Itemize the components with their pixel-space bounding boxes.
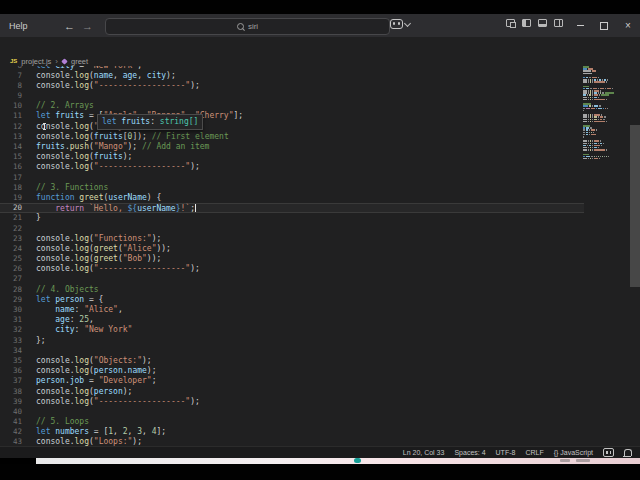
code-line[interactable]: 8console.log("------------------"); <box>0 81 584 91</box>
search-icon <box>237 23 244 30</box>
code-line[interactable]: 31 age: 25, <box>0 315 584 325</box>
code-line[interactable]: 15console.log(fruits); <box>0 152 584 162</box>
code-line[interactable]: 37person.job = "Developer"; <box>0 376 584 386</box>
code-line[interactable]: 10// 2. Arrays <box>0 101 584 111</box>
code-line[interactable]: 9 <box>0 91 584 101</box>
toggle-primary-sidebar-icon[interactable] <box>522 19 531 27</box>
search-text: siri <box>248 22 258 31</box>
breadcrumb-file[interactable]: project.js <box>21 57 51 66</box>
chevron-down-icon <box>404 19 411 26</box>
minimap[interactable] <box>583 66 605 160</box>
code-line[interactable]: 18// 3. Functions <box>0 183 584 193</box>
line-number: 36 <box>0 366 22 376</box>
line-number: 25 <box>0 254 22 264</box>
status-bar: Ln 20, Col 33 Spaces: 4 UTF-8 CRLF {} Ja… <box>0 446 640 458</box>
title-bar: Help ← → siri × <box>0 14 640 37</box>
menu-item-help[interactable]: Help <box>0 21 37 31</box>
line-number: 35 <box>0 356 22 366</box>
method-symbol-icon <box>61 58 67 64</box>
status-cursor-position[interactable]: Ln 20, Col 33 <box>403 449 445 456</box>
code-line[interactable]: 17 <box>0 173 584 183</box>
code-line[interactable]: 36console.log(person.name); <box>0 366 584 376</box>
line-number: 34 <box>0 346 22 356</box>
code-line[interactable]: 40 <box>0 407 584 417</box>
status-language-mode[interactable]: {} JavaScript <box>554 449 593 456</box>
code-line[interactable]: 41// 5. Loops <box>0 417 584 427</box>
hover-tooltip: let fruits: string[] <box>97 114 203 130</box>
code-line[interactable]: 33}; <box>0 336 584 346</box>
line-number: 39 <box>0 397 22 407</box>
status-encoding[interactable]: UTF-8 <box>496 449 516 456</box>
toggle-secondary-sidebar-icon[interactable] <box>554 19 563 27</box>
line-number: 8 <box>0 81 22 91</box>
minimize-button[interactable] <box>568 14 592 37</box>
line-number: 28 <box>0 285 22 295</box>
code-line[interactable]: 13console.log(fruits[0]); // First eleme… <box>0 132 584 142</box>
status-eol[interactable]: CRLF <box>525 449 543 456</box>
code-line[interactable]: 7console.log(name, age, city); <box>0 71 584 81</box>
line-number: 20 <box>0 204 22 212</box>
back-button[interactable]: ← <box>61 20 79 32</box>
close-window-button[interactable]: × <box>616 14 640 37</box>
mouse-cursor-ibeam <box>44 123 45 130</box>
vertical-scrollbar-thumb[interactable] <box>630 125 640 287</box>
copilot-status-icon[interactable] <box>603 448 614 457</box>
copilot-icon <box>390 19 403 29</box>
code-line[interactable]: 30 name: "Alice", <box>0 305 584 315</box>
code-line[interactable]: 27 <box>0 274 584 284</box>
code-line[interactable]: 20 return `Hello, ${userName}!`; <box>0 203 584 213</box>
breadcrumb: JS project.js › greet <box>0 56 640 66</box>
code-line[interactable]: 42let numbers = [1, 2, 3, 4]; <box>0 427 584 437</box>
line-number: 37 <box>0 376 22 386</box>
line-number: 11 <box>0 111 22 121</box>
toggle-panel-icon[interactable] <box>538 19 547 27</box>
code-line[interactable]: 19function greet(userName) { <box>0 193 584 203</box>
editor-pane[interactable]: 6let city = "New York";7console.log(name… <box>0 37 640 446</box>
command-center-search[interactable]: siri <box>105 18 390 35</box>
code-line[interactable]: 29let person = { <box>0 295 584 305</box>
line-number: 32 <box>0 325 22 335</box>
line-number: 33 <box>0 336 22 346</box>
code-line[interactable]: 28// 4. Objects <box>0 285 584 295</box>
forward-button[interactable]: → <box>79 20 97 32</box>
taskbar-mark <box>560 459 570 462</box>
line-number: 18 <box>0 183 22 193</box>
code-line[interactable]: 16console.log("------------------"); <box>0 162 584 172</box>
line-number: 41 <box>0 417 22 427</box>
line-number: 9 <box>0 91 22 101</box>
code-line[interactable]: 22 <box>0 224 584 234</box>
line-number: 10 <box>0 101 22 111</box>
code-line[interactable]: 32 city: "New York" <box>0 325 584 335</box>
line-number: 13 <box>0 132 22 142</box>
breadcrumb-symbol[interactable]: greet <box>71 57 88 66</box>
code-line[interactable]: 34 <box>0 346 584 356</box>
code-line[interactable]: 35console.log("Objects:"); <box>0 356 584 366</box>
breadcrumb-separator: › <box>55 57 58 66</box>
code-line[interactable]: 39console.log("------------------"); <box>0 397 584 407</box>
notifications-bell-icon[interactable] <box>624 449 632 456</box>
code-line[interactable]: 12console.log("Arrays:"); <box>0 122 584 132</box>
line-number: 31 <box>0 315 22 325</box>
status-indentation[interactable]: Spaces: 4 <box>454 449 485 456</box>
restore-button[interactable] <box>592 14 616 37</box>
code-line[interactable]: 14fruits.push("Mango"); // Add an item <box>0 142 584 152</box>
line-number: 22 <box>0 224 22 234</box>
line-number: 17 <box>0 173 22 183</box>
text-cursor <box>195 204 196 212</box>
customize-layout-icon[interactable] <box>506 19 515 27</box>
line-number: 15 <box>0 152 22 162</box>
letterbox-bottom <box>0 464 640 480</box>
line-number: 19 <box>0 193 22 203</box>
code-line[interactable]: 38console.log(person); <box>0 387 584 397</box>
code-line[interactable]: 23console.log("Functions:"); <box>0 234 584 244</box>
code-line[interactable]: 25console.log(greet("Bob")); <box>0 254 584 264</box>
line-number: 7 <box>0 71 22 81</box>
code-line[interactable]: 11let fruits = ["Apple", "Banana", "Cher… <box>0 111 584 121</box>
code-line[interactable]: 24console.log(greet("Alice")); <box>0 244 584 254</box>
line-number: 23 <box>0 234 22 244</box>
code-area[interactable]: 6let city = "New York";7console.log(name… <box>0 61 640 448</box>
letterbox-top <box>0 0 640 14</box>
code-line[interactable]: 21} <box>0 213 584 223</box>
code-line[interactable]: 26console.log("------------------"); <box>0 264 584 274</box>
copilot-button[interactable] <box>390 19 410 29</box>
